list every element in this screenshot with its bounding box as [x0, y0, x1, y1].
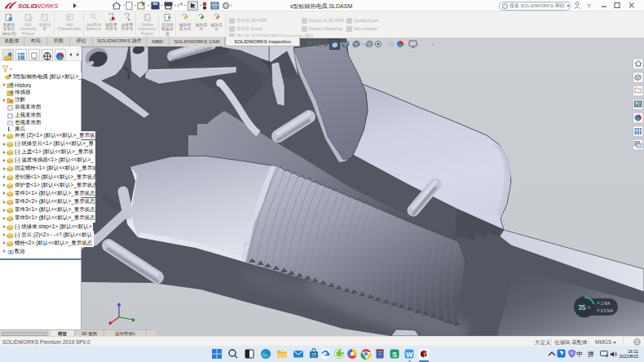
- svg-text:S: S: [392, 351, 397, 359]
- svg-text:%: %: [588, 306, 591, 310]
- svg-text:i: i: [505, 4, 505, 8]
- svg-text:WORKS: WORKS: [35, 2, 58, 10]
- svg-text:?: ?: [587, 2, 591, 10]
- svg-text:35: 35: [578, 303, 586, 311]
- svg-text:1 N/A: 1 N/A: [601, 302, 610, 306]
- svg-text:0.3 N/A: 0.3 N/A: [601, 309, 613, 313]
- svg-text:SOLID: SOLID: [18, 2, 37, 10]
- svg-text:W: W: [406, 351, 413, 359]
